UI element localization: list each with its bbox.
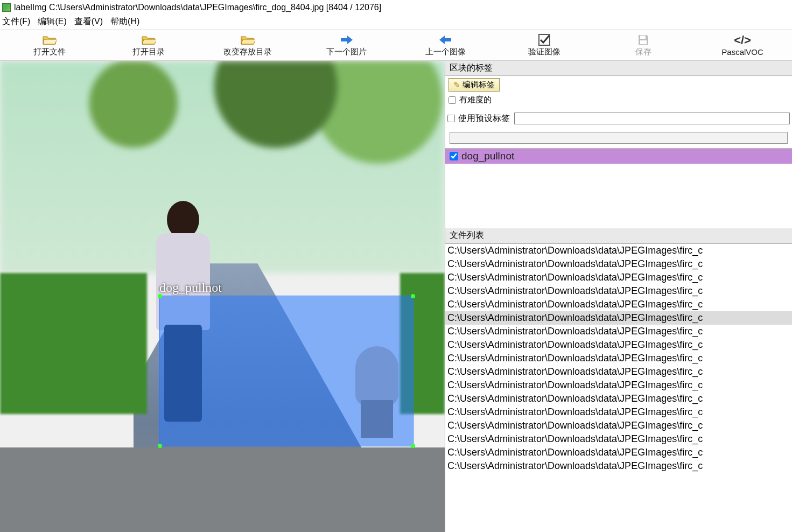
svg-rect-2 bbox=[640, 40, 647, 44]
box-labels-header: 区块的标签 bbox=[445, 61, 792, 76]
file-list-item[interactable]: C:\Users\Administrator\Downloads\data\JP… bbox=[445, 365, 792, 379]
side-panels: 区块的标签 ✎ 编辑标签 有难度的 使用预设标签 dog_pullnot bbox=[445, 61, 792, 532]
file-list-item[interactable]: C:\Users\Administrator\Downloads\data\JP… bbox=[445, 338, 792, 352]
open-dir-button[interactable]: 打开目录 bbox=[99, 30, 198, 60]
use-default-label-checkbox[interactable] bbox=[447, 115, 455, 122]
difficult-checkbox-row[interactable]: 有难度的 bbox=[448, 95, 789, 105]
prev-image-label: 上一个图像 bbox=[425, 47, 466, 57]
file-list-item[interactable]: C:\Users\Administrator\Downloads\data\JP… bbox=[445, 298, 792, 311]
label-list-empty bbox=[445, 164, 792, 228]
pencil-icon: ✎ bbox=[453, 80, 460, 90]
window-title: labelImg C:\Users\Administrator\Download… bbox=[14, 3, 381, 12]
file-list-item[interactable]: C:\Users\Administrator\Downloads\data\JP… bbox=[445, 405, 792, 419]
file-list-item[interactable]: C:\Users\Administrator\Downloads\data\JP… bbox=[445, 257, 792, 271]
file-list-item[interactable]: C:\Users\Administrator\Downloads\data\JP… bbox=[445, 419, 792, 432]
file-list-item[interactable]: C:\Users\Administrator\Downloads\data\JP… bbox=[445, 446, 792, 459]
difficult-label: 有难度的 bbox=[459, 95, 492, 105]
bbox-label-text: dog_pullnot bbox=[159, 281, 222, 295]
code-icon: </> bbox=[734, 34, 751, 46]
file-list-item[interactable]: C:\Users\Administrator\Downloads\data\JP… bbox=[445, 271, 792, 284]
label-list: dog_pullnot bbox=[445, 148, 792, 164]
label-search-field[interactable] bbox=[450, 132, 788, 144]
check-box-icon bbox=[538, 34, 550, 46]
menu-file[interactable]: 文件(F) bbox=[2, 16, 30, 27]
save-button: 保存 bbox=[594, 30, 693, 60]
open-dir-label: 打开目录 bbox=[132, 47, 165, 57]
bbox-handle-tr[interactable] bbox=[411, 294, 415, 298]
use-default-label-text: 使用预设标签 bbox=[458, 113, 510, 124]
svg-rect-1 bbox=[640, 36, 646, 39]
next-image-label: 下一个图片 bbox=[326, 47, 367, 57]
edit-label-text: 编辑标签 bbox=[462, 80, 495, 90]
bbox-handle-tl[interactable] bbox=[158, 294, 162, 298]
menu-help[interactable]: 帮助(H) bbox=[110, 16, 139, 27]
title-bar: labelImg C:\Users\Administrator\Download… bbox=[0, 0, 792, 15]
bbox-handle-br[interactable] bbox=[411, 444, 415, 448]
default-label-input[interactable] bbox=[514, 113, 790, 124]
file-list-item[interactable]: C:\Users\Administrator\Downloads\data\JP… bbox=[445, 432, 792, 446]
file-list-item[interactable]: C:\Users\Administrator\Downloads\data\JP… bbox=[445, 459, 792, 473]
label-list-item[interactable]: dog_pullnot bbox=[445, 149, 792, 164]
floppy-icon bbox=[637, 34, 649, 46]
folder-save-icon bbox=[241, 34, 255, 46]
main-area: dog_pullnot 区块的标签 ✎ 编辑标签 有难度的 使用预设标签 bbox=[0, 61, 792, 532]
label-item-checkbox[interactable] bbox=[450, 152, 458, 160]
menu-edit[interactable]: 编辑(E) bbox=[38, 16, 66, 27]
image-canvas[interactable]: dog_pullnot bbox=[0, 61, 445, 532]
file-list-item[interactable]: C:\Users\Administrator\Downloads\data\JP… bbox=[445, 284, 792, 298]
format-button[interactable]: </> PascalVOC bbox=[693, 30, 792, 60]
use-default-label-row[interactable]: 使用预设标签 bbox=[447, 113, 510, 124]
file-list-item[interactable]: C:\Users\Administrator\Downloads\data\JP… bbox=[445, 352, 792, 365]
menu-view[interactable]: 查看(V) bbox=[74, 16, 103, 27]
folder-open-icon bbox=[142, 34, 156, 46]
verify-image-label: 验证图像 bbox=[528, 47, 560, 57]
prev-image-button[interactable]: 上一个图像 bbox=[396, 30, 495, 60]
file-list: C:\Users\Administrator\Downloads\data\JP… bbox=[445, 243, 792, 532]
label-item-text: dog_pullnot bbox=[461, 150, 514, 162]
change-save-dir-label: 改变存放目录 bbox=[223, 47, 272, 57]
toolbar: 打开文件 打开目录 改变存放目录 下一个图片 上一个图像 验证图像 保存 bbox=[0, 30, 792, 61]
menu-bar: 文件(F) 编辑(E) 查看(V) 帮助(H) bbox=[0, 15, 792, 30]
arrow-right-icon bbox=[340, 34, 354, 46]
file-list-header: 文件列表 bbox=[445, 228, 792, 243]
open-file-button[interactable]: 打开文件 bbox=[0, 30, 99, 60]
app-icon bbox=[2, 3, 11, 12]
verify-image-button[interactable]: 验证图像 bbox=[495, 30, 594, 60]
arrow-left-icon bbox=[438, 34, 452, 46]
bbox-handle-bl[interactable] bbox=[158, 444, 162, 448]
edit-label-button[interactable]: ✎ 编辑标签 bbox=[448, 78, 500, 92]
file-list-item[interactable]: C:\Users\Administrator\Downloads\data\JP… bbox=[445, 311, 792, 325]
change-save-dir-button[interactable]: 改变存放目录 bbox=[198, 30, 297, 60]
save-label: 保存 bbox=[635, 47, 651, 57]
bounding-box[interactable] bbox=[159, 296, 413, 446]
file-list-item[interactable]: C:\Users\Administrator\Downloads\data\JP… bbox=[445, 379, 792, 392]
format-label: PascalVOC bbox=[721, 47, 763, 57]
file-list-item[interactable]: C:\Users\Administrator\Downloads\data\JP… bbox=[445, 392, 792, 405]
file-list-item[interactable]: C:\Users\Administrator\Downloads\data\JP… bbox=[445, 244, 792, 257]
next-image-button[interactable]: 下一个图片 bbox=[297, 30, 396, 60]
file-list-item[interactable]: C:\Users\Administrator\Downloads\data\JP… bbox=[445, 325, 792, 338]
difficult-checkbox[interactable] bbox=[448, 96, 456, 104]
folder-icon bbox=[43, 34, 57, 46]
open-file-label: 打开文件 bbox=[33, 47, 66, 57]
